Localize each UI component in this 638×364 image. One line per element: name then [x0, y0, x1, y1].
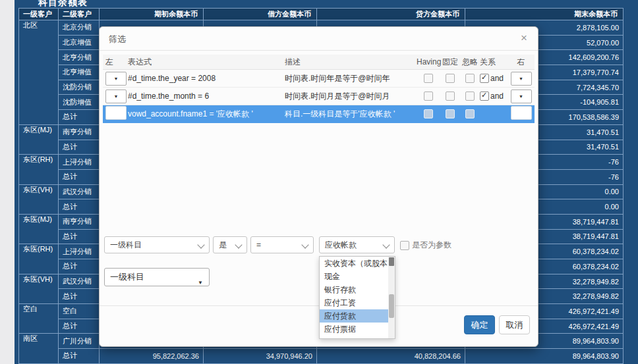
dropdown-item[interactable]: 应付货款: [320, 309, 395, 323]
dropdown-arrow-icon: ▼: [198, 274, 203, 292]
group-cell: 空白: [19, 304, 59, 334]
screen: 科目余额表 一级客户二级客户期初余额本币借方金额本币贷方金额本币期末余额本币 北…: [0, 0, 638, 364]
filter-grid-column-header: 左: [103, 57, 128, 68]
filter-grid-row[interactable]: ▼#d_time.the_month = 6时间表.时间月是等于@时间月and▼: [103, 88, 535, 105]
group-cell: 南区: [19, 334, 59, 363]
dropdown-item[interactable]: 实收资本（或股本）: [320, 257, 395, 270]
filter-grid-column-header: 忽略: [460, 57, 480, 68]
customer-cell: 总计: [59, 169, 100, 184]
customer-cell: 南亨分销: [59, 124, 100, 140]
filter-grid-column-header: 关系: [480, 57, 508, 68]
customer-cell: 北京增值: [59, 35, 100, 50]
group-cell: 东医(VH): [19, 274, 59, 303]
filter-grid: 左表达式描述Having固定忽略关系右 ▼#d_time.the_year = …: [103, 55, 535, 123]
customer-cell: 总计: [59, 259, 100, 274]
field-select[interactable]: 一级科目: [104, 236, 210, 253]
customer-cell: 总计: [59, 199, 100, 215]
is-param-group: 是否为参数: [400, 240, 451, 251]
fixed-checkbox[interactable]: [446, 91, 455, 101]
having-checkbox[interactable]: [424, 91, 433, 101]
filter-grid-header: 左表达式描述Having固定忽略关系右: [103, 55, 535, 70]
right-bracket-select[interactable]: ▼: [511, 72, 532, 86]
column-header: 贷方金额本币: [317, 9, 465, 20]
value-dropdown: 实收资本（或股本）现金银行存款应付工资应付货款应付票据: [319, 256, 395, 339]
column-header: 期末余额本币: [465, 9, 624, 20]
chevron-down-icon: [301, 241, 308, 248]
scrollbar-thumb[interactable]: [389, 294, 394, 318]
field-select-value: 一级科目: [110, 240, 142, 249]
customer-cell: 武汉分销: [59, 274, 100, 289]
left-bracket-select[interactable]: ▼: [105, 90, 127, 103]
column-header: 期初余额本币: [100, 9, 204, 20]
is-param-checkbox[interactable]: [400, 241, 409, 250]
relation-checkbox[interactable]: [480, 74, 489, 83]
having-checkbox[interactable]: [424, 109, 433, 118]
customer-cell: 总计: [59, 349, 100, 364]
scrollbar-thumb-cap[interactable]: [389, 257, 394, 266]
expression-text: #d_time.the_month = 6: [128, 91, 285, 101]
credit-amount-cell: 40,828,204.66: [317, 349, 465, 364]
group-cell: 东区(VH): [19, 184, 59, 214]
filter-grid-column-header: 固定: [440, 57, 460, 68]
filter-grid-column-header: 表达式: [128, 57, 285, 68]
value-combobox-text: 应收帐款: [325, 240, 357, 249]
customer-cell: 北亨增值: [59, 65, 100, 80]
column-header: 借方金额本币: [204, 9, 317, 20]
group-cell: 东区(RH): [19, 155, 59, 184]
ignore-checkbox[interactable]: [465, 109, 475, 118]
customer-cell: 总计: [59, 289, 100, 304]
opening-balance-cell: 95,822,062.36: [100, 349, 204, 364]
ignore-checkbox[interactable]: [465, 74, 475, 83]
verb-select[interactable]: 是: [213, 236, 247, 253]
expression-text: vowd_account.fname1 = '应收帐款 ': [128, 109, 285, 120]
relation-label: and: [490, 91, 504, 101]
verb-select-value: 是: [219, 240, 227, 249]
customer-cell: 沈防分销: [59, 80, 100, 95]
ok-button[interactable]: 确定: [464, 315, 495, 334]
filter-grid-row[interactable]: vowd_account.fname1 = '应收帐款 '科目.一级科目是等于'…: [103, 105, 535, 123]
dropdown-item[interactable]: 应付票据: [320, 323, 395, 336]
customer-cell: 南亨分销: [59, 214, 100, 229]
operator-select[interactable]: =: [250, 236, 314, 253]
fixed-checkbox[interactable]: [446, 74, 455, 83]
dropdown-item[interactable]: 现金: [320, 270, 395, 283]
left-bracket-select[interactable]: ▼: [105, 72, 127, 86]
close-icon[interactable]: ×: [521, 32, 527, 43]
customer-cell: 总计: [59, 140, 100, 155]
dropdown-item[interactable]: 应付工资: [320, 296, 395, 309]
description-text: 时间表.时间年是等于@时间年: [285, 73, 417, 84]
filter-dialog: 筛选 × 左表达式描述Having固定忽略关系右 ▼#d_time.the_ye…: [99, 26, 538, 347]
group-cell: 东医(MJ): [19, 214, 59, 244]
having-checkbox[interactable]: [424, 74, 433, 83]
dropdown-item[interactable]: 银行存款: [320, 283, 395, 296]
group-cell: 东医(RH): [19, 244, 59, 274]
field-select-secondary-value: 一级科目: [110, 272, 144, 282]
dialog-title: 筛选: [109, 34, 126, 45]
filter-grid-row[interactable]: ▼#d_time.the_year = 2008时间表.时间年是等于@时间年an…: [103, 70, 535, 88]
cancel-button[interactable]: 取消: [499, 315, 530, 334]
group-cell: 东区(MJ): [19, 124, 59, 154]
left-bracket-select[interactable]: [105, 106, 127, 120]
right-bracket-select[interactable]: ▼: [511, 90, 532, 103]
relation-checkbox[interactable]: [480, 91, 489, 101]
customer-cell: 空白: [59, 304, 100, 319]
dropdown-scrollbar[interactable]: [388, 257, 395, 338]
customer-cell: 武汉分销: [59, 184, 100, 199]
operator-select-value: =: [256, 240, 261, 249]
ignore-checkbox[interactable]: [465, 91, 475, 101]
fixed-checkbox[interactable]: [446, 109, 455, 118]
chevron-down-icon: [197, 241, 204, 248]
right-bracket-select[interactable]: [511, 106, 532, 120]
dialog-header: 筛选 ×: [100, 27, 538, 51]
table-header-row: 一级客户二级客户期初余额本币借方金额本币贷方金额本币期末余额本币: [19, 9, 624, 20]
chevron-down-icon: [235, 241, 242, 248]
chevron-down-icon: [382, 241, 390, 248]
expression-text: #d_time.the_year = 2008: [128, 74, 285, 83]
value-combobox[interactable]: 应收帐款: [319, 236, 395, 253]
customer-cell: 广川分销: [59, 334, 100, 349]
filter-grid-column-header: 描述: [285, 57, 417, 68]
customer-cell: 总计: [59, 110, 100, 125]
group-cell: 北区: [19, 20, 59, 125]
field-select-secondary[interactable]: 一级科目 ▼: [104, 268, 210, 286]
customer-cell: 北京分销: [59, 20, 100, 36]
